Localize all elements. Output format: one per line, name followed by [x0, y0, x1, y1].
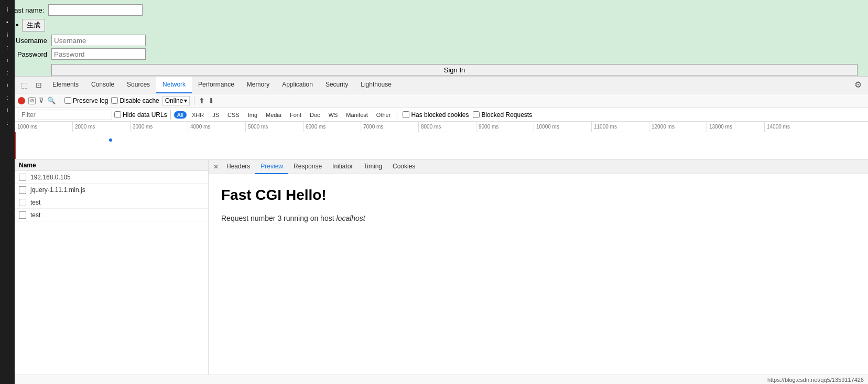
- type-all-button[interactable]: All: [174, 111, 187, 119]
- type-img-button[interactable]: Img: [245, 111, 261, 119]
- hide-data-urls-checkbox[interactable]: [114, 111, 121, 118]
- status-url: https://blog.csdn.net/qq5/1359117426: [767, 377, 864, 383]
- tab-performance[interactable]: Performance: [192, 77, 241, 93]
- type-xhr-button[interactable]: XHR: [189, 111, 207, 119]
- preview-text-before: Request number 3 running on host: [221, 214, 336, 222]
- tick-11000: 11000 ms: [591, 122, 649, 132]
- table-row[interactable]: test: [15, 196, 208, 209]
- generate-button[interactable]: 生成: [22, 19, 45, 31]
- preserve-log-checkbox[interactable]: [64, 97, 71, 104]
- devtools-device-icon[interactable]: ⊡: [31, 78, 46, 92]
- settings-gear-icon[interactable]: ⚙: [850, 80, 866, 90]
- tick-6000: 6000 ms: [303, 122, 361, 132]
- filter-icon[interactable]: ⊽: [39, 97, 44, 104]
- blocked-requests-label[interactable]: Blocked Requests: [473, 111, 532, 119]
- request-list-header: Name: [15, 159, 208, 171]
- tick-5000: 5000 ms: [245, 122, 303, 132]
- timeline-ruler: 1000 ms 2000 ms 3000 ms 4000 ms 5000 ms …: [15, 122, 868, 132]
- tab-application[interactable]: Application: [276, 77, 319, 93]
- row-checkbox: [19, 174, 26, 181]
- type-font-button[interactable]: Font: [287, 111, 305, 119]
- preview-content: Fast CGI Hello! Request number 3 running…: [209, 174, 868, 375]
- stop-button[interactable]: ⊘: [28, 97, 36, 104]
- table-row[interactable]: test: [15, 209, 208, 221]
- password-row: Password: [10, 48, 858, 60]
- separator-4: [397, 110, 397, 120]
- upload-icon[interactable]: ⬆: [199, 97, 205, 105]
- type-js-button[interactable]: JS: [209, 111, 222, 119]
- network-main: Name 192.168.0.105 jquery-1.11.1.min.js …: [15, 159, 868, 375]
- tab-security[interactable]: Security: [319, 77, 354, 93]
- has-blocked-cookies-checkbox[interactable]: [403, 111, 409, 118]
- bullet-row: • 生成: [10, 19, 858, 31]
- search-icon[interactable]: 🔍: [47, 97, 56, 104]
- disable-cache-checkbox[interactable]: [111, 97, 118, 104]
- row-checkbox: [19, 186, 26, 194]
- tab-elements[interactable]: Elements: [46, 77, 85, 93]
- tab-response[interactable]: Response: [288, 159, 327, 174]
- sidebar-item-5[interactable]: i: [2, 55, 13, 65]
- preview-tab-bar: ✕ Headers Preview Response Initiator Tim…: [209, 159, 868, 174]
- table-row[interactable]: 192.168.0.105: [15, 171, 208, 184]
- sidebar-item-4[interactable]: :: [2, 42, 13, 52]
- devtools-inspect-icon[interactable]: ⬚: [17, 78, 31, 92]
- page-area: Last name: • 生成 Username Password Sign I…: [0, 0, 868, 76]
- request-name: test: [30, 211, 40, 219]
- table-row[interactable]: jquery-1.11.1.min.js: [15, 184, 208, 196]
- last-name-input[interactable]: [48, 4, 143, 16]
- last-name-label: Last name:: [10, 6, 44, 14]
- network-throttle-select[interactable]: Online ▾: [162, 96, 190, 105]
- row-checkbox: [19, 199, 26, 206]
- type-manifest-button[interactable]: Manifest: [343, 111, 371, 119]
- type-doc-button[interactable]: Doc: [307, 111, 323, 119]
- sidebar-item-6[interactable]: :: [2, 67, 13, 78]
- sidebar-item-8[interactable]: :: [2, 92, 13, 103]
- preserve-log-label[interactable]: Preserve log: [64, 97, 108, 104]
- blocked-requests-checkbox[interactable]: [473, 111, 480, 118]
- tick-12000: 12000 ms: [649, 122, 707, 132]
- type-css-button[interactable]: CSS: [224, 111, 243, 119]
- tab-network[interactable]: Network: [156, 77, 192, 93]
- username-input[interactable]: [51, 35, 146, 46]
- tick-9000: 9000 ms: [476, 122, 534, 132]
- sidebar-item-7[interactable]: i: [2, 80, 13, 90]
- separator-3: [170, 110, 171, 120]
- type-media-button[interactable]: Media: [263, 111, 285, 119]
- tab-headers[interactable]: Headers: [221, 159, 255, 174]
- request-name: test: [30, 199, 40, 206]
- sidebar-item-3[interactable]: i: [2, 29, 13, 40]
- devtools-tab-bar: ⬚ ⊡ Elements Console Sources Network Per…: [15, 77, 868, 93]
- tick-8000: 8000 ms: [418, 122, 476, 132]
- tab-timing[interactable]: Timing: [358, 159, 387, 174]
- tab-memory[interactable]: Memory: [241, 77, 276, 93]
- tab-sources[interactable]: Sources: [121, 77, 156, 93]
- tick-1000: 1000 ms: [15, 122, 72, 132]
- sidebar-item-9[interactable]: i: [2, 105, 13, 115]
- download-icon[interactable]: ⬇: [208, 97, 214, 105]
- tab-lighthouse[interactable]: Lighthouse: [354, 77, 398, 93]
- type-ws-button[interactable]: WS: [326, 111, 341, 119]
- preview-panel: ✕ Headers Preview Response Initiator Tim…: [209, 159, 868, 375]
- username-label: Username: [10, 37, 47, 45]
- left-sidebar: i • i : i : i : i :: [0, 0, 15, 384]
- password-input[interactable]: [51, 48, 146, 60]
- sign-in-button[interactable]: Sign In: [51, 64, 858, 76]
- record-button[interactable]: [18, 97, 25, 104]
- disable-cache-label[interactable]: Disable cache: [111, 97, 159, 104]
- close-panel-button[interactable]: ✕: [211, 162, 221, 172]
- has-blocked-cookies-label[interactable]: Has blocked cookies: [403, 111, 469, 119]
- sidebar-item-2[interactable]: •: [2, 17, 13, 27]
- filter-input[interactable]: [18, 110, 112, 120]
- timeline-area: 1000 ms 2000 ms 3000 ms 4000 ms 5000 ms …: [15, 122, 868, 159]
- hide-data-urls-label[interactable]: Hide data URLs: [114, 111, 167, 119]
- username-row: Username: [10, 35, 858, 46]
- tab-preview[interactable]: Preview: [255, 159, 288, 174]
- sidebar-item-1[interactable]: i: [2, 4, 13, 15]
- tab-cookies[interactable]: Cookies: [387, 159, 420, 174]
- tab-console[interactable]: Console: [85, 77, 121, 93]
- sidebar-item-10[interactable]: :: [2, 118, 13, 128]
- type-other-button[interactable]: Other: [373, 111, 394, 119]
- tab-initiator[interactable]: Initiator: [327, 159, 358, 174]
- timeline-blue-dot: [109, 138, 112, 142]
- request-list: Name 192.168.0.105 jquery-1.11.1.min.js …: [15, 159, 209, 375]
